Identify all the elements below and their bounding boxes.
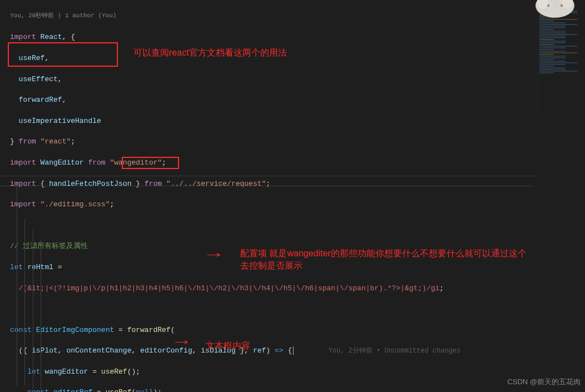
code-line[interactable]: import WangEditor from "wangeditor"; xyxy=(10,158,585,168)
git-blame-inline: You, 2分钟前 • Uncommitted changes xyxy=(329,347,461,355)
code-line[interactable]: import React, { xyxy=(10,32,585,43)
codelens-info[interactable]: You, 29秒钟前 | 1 author (You) xyxy=(10,11,585,21)
watermark: CSDN @前天的五花肉 xyxy=(507,377,581,388)
code-line[interactable]: ({ isPlot, onContentChange, editorConfig… xyxy=(10,346,585,356)
code-line[interactable]: useRef, xyxy=(10,53,585,64)
text-cursor xyxy=(293,346,294,355)
code-line[interactable]: let reHtml = xyxy=(10,262,585,273)
svg-point-3 xyxy=(547,4,549,7)
code-line[interactable]: let wangEditor = useRef(); xyxy=(10,367,585,378)
code-editor[interactable]: You, 29秒钟前 | 1 author (You) import React… xyxy=(0,0,585,392)
code-line[interactable] xyxy=(10,221,585,231)
code-line[interactable]: const EditorImgComponent = forwardRef( xyxy=(10,325,585,336)
code-line[interactable]: useEffect, xyxy=(10,75,585,85)
code-line[interactable]: import { handleFetchPostJson } from "../… xyxy=(10,179,585,190)
code-line[interactable]: const editorRef = useRef(null); xyxy=(10,388,585,392)
decorative-mascot-icon xyxy=(516,0,583,22)
code-line[interactable]: // 过滤所有标签及属性 xyxy=(10,241,585,252)
code-line[interactable] xyxy=(10,304,585,315)
code-line[interactable]: } from "react"; xyxy=(10,137,585,147)
code-line[interactable]: forwardRef, xyxy=(10,95,585,106)
code-line[interactable]: /(&lt;|<(?!img|p|\/p|h1|h2|h3|h4|h5|h6|\… xyxy=(10,284,585,294)
svg-point-4 xyxy=(561,4,563,7)
code-line[interactable]: import "./editimg.scss"; xyxy=(10,200,585,210)
code-line[interactable]: useImperativeHandle xyxy=(10,116,585,127)
